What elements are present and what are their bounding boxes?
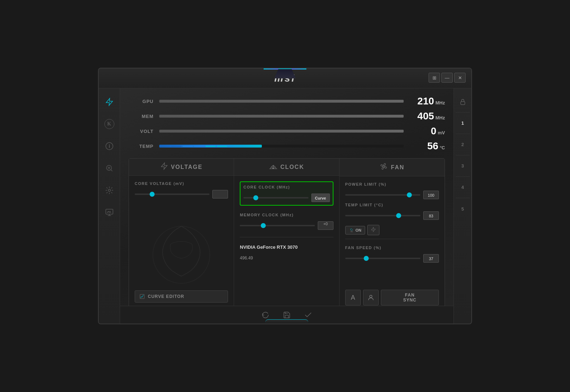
curve-editor-button[interactable]: CURVE EDITOR <box>135 290 228 303</box>
profile-2-button[interactable]: 2 <box>456 134 470 155</box>
temp-track[interactable] <box>159 145 404 148</box>
volt-slider-row: VOLT 0 mV <box>129 125 445 137</box>
core-voltage-input[interactable] <box>212 190 228 198</box>
curve-button[interactable]: Curve <box>311 194 330 202</box>
right-sidebar: 1 2 3 4 5 <box>454 88 471 324</box>
core-clock-slider[interactable] <box>243 197 308 198</box>
clock-separator <box>240 237 333 237</box>
sidebar-item-settings[interactable] <box>102 182 117 198</box>
title-bar: msi ⊞ — ✕ <box>99 68 471 88</box>
sliders-section: GPU 210 MHz MEM 405 MHz <box>129 96 445 152</box>
fan-header-label: FAN <box>391 164 404 171</box>
sidebar-item-monitor[interactable] <box>102 205 117 220</box>
close-icon: ✕ <box>458 75 462 81</box>
profile-5-button[interactable]: 5 <box>456 198 470 220</box>
profile-1-label: 1 <box>461 120 464 126</box>
mem-value: 405 <box>418 110 434 122</box>
on-button[interactable]: ON <box>345 226 366 234</box>
profile-5-label: 5 <box>461 206 464 212</box>
app-window: msi ⊞ — ✕ K <box>98 68 472 324</box>
memory-clock-group: MEMORY CLOCK (MHz) +0 <box>240 210 333 233</box>
temp-limit-slider-row: 83 <box>345 211 439 220</box>
clock-content: CORE CLOCK (MHz) Curve MEMORY CLOCK <box>234 176 339 311</box>
left-sidebar: K <box>99 88 120 324</box>
memory-clock-slider[interactable] <box>240 225 315 226</box>
clock-header: CLOCK <box>234 159 339 176</box>
msi-diamond-decoration <box>274 68 296 78</box>
temp-limit-thumb <box>396 213 401 218</box>
sidebar-item-scanner[interactable] <box>102 160 117 176</box>
mem-slider-row: MEM 405 MHz <box>129 110 445 122</box>
mem-fill <box>159 115 404 118</box>
toolbar-bump <box>265 319 308 324</box>
sidebar-item-info[interactable] <box>102 138 117 154</box>
temp-limit-value[interactable]: 83 <box>423 211 439 220</box>
gpu-slider-row: GPU 210 MHz <box>129 96 445 107</box>
memory-clock-thumb <box>261 223 266 228</box>
user-profile-button[interactable] <box>363 290 379 305</box>
sidebar-item-kombustor[interactable]: K <box>102 116 117 132</box>
fan-profile-row: A FANSYNC <box>345 287 439 305</box>
fan-sync-button[interactable]: FANSYNC <box>381 290 439 305</box>
auto-profile-icon: A <box>351 294 355 301</box>
core-voltage-label: CORE VOLTAGE (mV) <box>135 181 228 186</box>
power-limit-slider-row: 100 <box>345 191 439 199</box>
fan-content: POWER LIMIT (%) 100 TEMP LIMIT (°C) <box>340 176 445 311</box>
on-label: ON <box>356 228 362 232</box>
sidebar-item-overclocking[interactable] <box>102 94 117 110</box>
core-clock-thumb <box>253 195 258 200</box>
fan-sync-label: FANSYNC <box>403 293 416 303</box>
dragon-watermark <box>139 212 224 290</box>
temp-limit-slider[interactable] <box>345 215 420 216</box>
mem-value-container: 405 MHz <box>409 110 445 122</box>
auto-profile-button[interactable]: A <box>345 290 361 305</box>
minimize-button[interactable]: — <box>441 73 453 83</box>
close-button[interactable]: ✕ <box>454 73 466 83</box>
profile-2-label: 2 <box>461 142 464 147</box>
volt-label: VOLT <box>129 129 154 134</box>
memory-clock-slider-row: +0 <box>240 221 333 230</box>
profile-3-label: 3 <box>461 163 464 169</box>
volt-unit: mV <box>438 130 445 135</box>
boost-button[interactable] <box>367 225 379 235</box>
profile-3-button[interactable]: 3 <box>456 155 470 177</box>
on-boost-row: ON <box>345 225 439 235</box>
fan-speed-value[interactable]: 37 <box>423 254 439 263</box>
svg-point-2 <box>108 189 110 191</box>
lock-icon[interactable] <box>456 91 470 113</box>
windows-button[interactable]: ⊞ <box>429 73 440 83</box>
gpu-unit: MHz <box>435 100 445 105</box>
power-limit-thumb <box>407 192 412 197</box>
core-clock-label: CORE CLOCK (MHz) <box>243 185 330 189</box>
voltage-content: CORE VOLTAGE (mV) <box>129 176 234 311</box>
voltage-panel: VOLTAGE CORE VOLTAGE (mV) <box>129 159 234 311</box>
volt-track[interactable] <box>159 130 404 133</box>
volt-value-container: 0 mV <box>409 125 445 137</box>
temp-value-container: 56 °C <box>409 140 445 152</box>
temp-limit-group: TEMP LIMIT (°C) 83 <box>345 203 439 220</box>
core-voltage-slider-row <box>135 190 228 198</box>
fan-speed-slider-row: 37 <box>345 254 439 263</box>
core-voltage-thumb <box>150 192 155 197</box>
svg-point-5 <box>153 226 210 283</box>
gpu-track[interactable] <box>159 100 404 103</box>
fan-icon <box>379 162 388 172</box>
mem-track[interactable] <box>159 115 404 118</box>
fan-separator <box>345 239 439 239</box>
gpu-model-name: NVIDIA GeForce RTX 3070 <box>240 244 333 250</box>
fan-speed-group: FAN SPEED (%) 37 <box>345 246 439 263</box>
power-limit-value[interactable]: 100 <box>423 191 439 199</box>
kombustor-label: K <box>104 119 114 129</box>
profile-4-button[interactable]: 4 <box>456 177 470 198</box>
main-content: GPU 210 MHz MEM 405 MHz <box>120 88 454 324</box>
temp-limit-label: TEMP LIMIT (°C) <box>345 203 439 207</box>
power-limit-label: POWER LIMIT (%) <box>345 182 439 186</box>
fan-speed-slider[interactable] <box>345 258 420 259</box>
core-voltage-slider[interactable] <box>135 194 209 195</box>
power-limit-slider[interactable] <box>345 194 420 196</box>
bottom-section: VOLTAGE CORE VOLTAGE (mV) <box>129 158 445 311</box>
curve-label: Curve <box>315 196 326 200</box>
temp-value: 56 <box>427 140 438 152</box>
profile-1-button[interactable]: 1 <box>456 113 470 134</box>
memory-clock-value[interactable]: +0 <box>318 221 333 230</box>
